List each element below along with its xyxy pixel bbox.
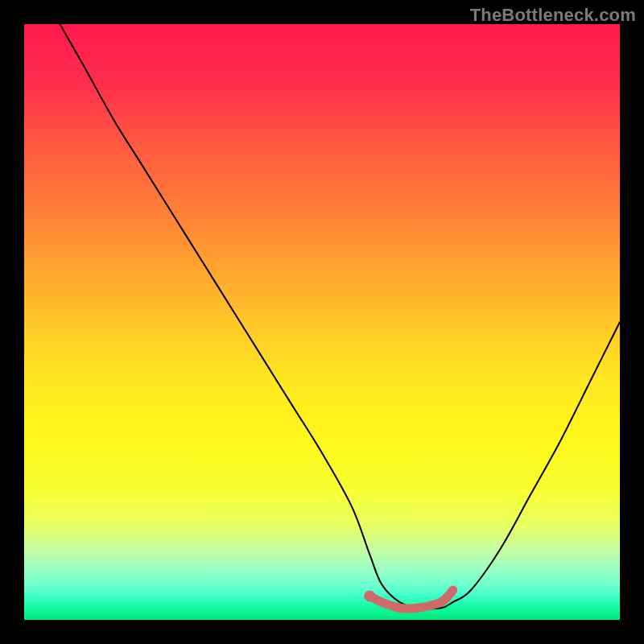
bottleneck-curve xyxy=(60,24,620,609)
plot-area xyxy=(24,24,620,620)
chart-container: TheBottleneck.com xyxy=(0,0,644,644)
optimal-zone-marker xyxy=(369,590,453,609)
curve-svg xyxy=(24,24,620,620)
watermark-text: TheBottleneck.com xyxy=(470,5,636,26)
optimal-zone-start-dot xyxy=(364,590,375,601)
